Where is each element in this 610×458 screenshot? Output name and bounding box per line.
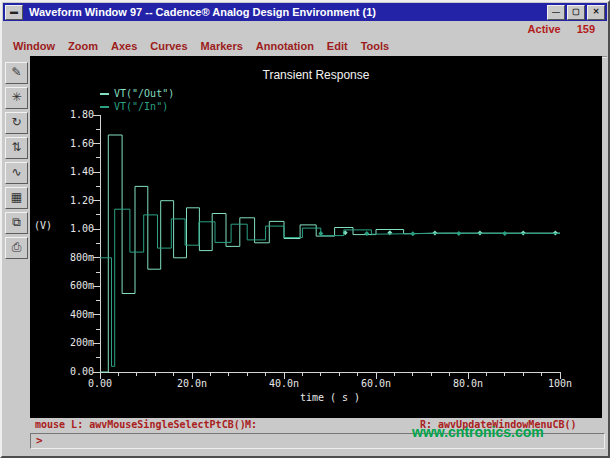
data-point-marker[interactable] — [364, 231, 369, 236]
redraw-tool-icon: ↻ — [11, 115, 21, 129]
menu-item-tools[interactable]: Tools — [361, 40, 390, 52]
window-menu-button[interactable]: ▬ — [5, 5, 23, 20]
x-tick-label: 60.0n — [354, 378, 398, 389]
copy-tool-button[interactable]: ⧉ — [5, 212, 28, 234]
stretch-tool-button[interactable]: ⇅ — [5, 137, 28, 159]
menu-item-window[interactable]: Window — [13, 40, 55, 52]
legend-swatch — [100, 106, 109, 108]
window-title: Waveform Window 97 -- Cadence® Analog De… — [25, 6, 545, 18]
x-tick-label: 0.00 — [78, 378, 122, 389]
y-tick-label: 1.80 — [48, 109, 94, 120]
y-tick-label: 1.40 — [48, 166, 94, 177]
close-button[interactable]: ✕ — [587, 5, 605, 20]
watermark: www.cntronics.com — [412, 424, 544, 440]
active-status-row: Active 159 — [3, 21, 607, 36]
zoom-tool-button[interactable]: ✳ — [5, 87, 28, 109]
waveform-window: ▬ Waveform Window 97 -- Cadence® Analog … — [0, 0, 610, 458]
calculator-tool-icon: ▦ — [11, 190, 22, 204]
data-point-marker[interactable] — [410, 231, 415, 236]
x-tick-label: 20.0n — [170, 378, 214, 389]
menu-bar: WindowZoomAxesCurvesMarkersAnnotationEdi… — [3, 36, 607, 56]
y-tick-label: 1.60 — [48, 138, 94, 149]
y-tick-label: 1.00 — [48, 223, 94, 234]
legend-item[interactable]: VT("/In") — [100, 100, 174, 113]
menu-item-markers[interactable]: Markers — [201, 40, 243, 52]
menu-item-edit[interactable]: Edit — [327, 40, 348, 52]
maximize-button[interactable]: ▢ — [567, 5, 585, 20]
zoom-tool-icon: ✳ — [11, 90, 21, 104]
waveform-tool-icon: ∿ — [11, 165, 21, 179]
legend-swatch — [100, 93, 109, 95]
x-tick-label: 100n — [538, 378, 582, 389]
legend-item[interactable]: VT("/Out") — [100, 87, 174, 100]
menu-item-zoom[interactable]: Zoom — [68, 40, 98, 52]
legend: VT("/Out") VT("/In") — [100, 87, 174, 113]
data-point-marker[interactable] — [387, 230, 392, 235]
active-count: 159 — [577, 23, 595, 35]
toolbar: ✎✳↻⇅∿▦⧉⎙ — [3, 56, 30, 420]
mouse-left-binding: mouse L: awvMouseSingleSelectPtCB() — [35, 419, 246, 430]
pencil-tool-icon: ✎ — [11, 65, 21, 79]
menu-item-annotation[interactable]: Annotation — [256, 40, 314, 52]
print-tool-icon: ⎙ — [12, 240, 22, 254]
y-tick-label: 0.00 — [48, 366, 94, 377]
x-axis-label: time ( s ) — [210, 392, 450, 403]
mouse-middle-binding: M: — [245, 419, 257, 430]
data-point-marker[interactable] — [502, 231, 507, 236]
titlebar[interactable]: ▬ Waveform Window 97 -- Cadence® Analog … — [3, 3, 607, 21]
y-tick-label: 400m — [48, 309, 94, 320]
data-point-marker[interactable] — [456, 231, 461, 236]
legend-label: VT("/In") — [114, 101, 168, 112]
y-tick-label: 200m — [48, 337, 94, 348]
y-tick-label: 1.20 — [48, 195, 94, 206]
redraw-tool-button[interactable]: ↻ — [5, 112, 28, 134]
legend-label: VT("/Out") — [114, 88, 174, 99]
prompt-text: > — [36, 434, 43, 447]
waveform-tool-button[interactable]: ∿ — [5, 162, 28, 184]
active-label: Active — [528, 23, 561, 35]
y-axis-label: (V) — [34, 220, 45, 231]
pencil-tool-button[interactable]: ✎ — [5, 62, 28, 84]
trace-out[interactable] — [100, 135, 560, 372]
x-tick-label: 40.0n — [262, 378, 306, 389]
copy-tool-icon: ⧉ — [12, 215, 21, 229]
calculator-tool-button[interactable]: ▦ — [5, 187, 28, 209]
plot-title: Transient Response — [30, 68, 602, 82]
y-tick-label: 600m — [48, 280, 94, 291]
stretch-tool-icon: ⇅ — [11, 140, 21, 154]
y-tick-label: 800m — [48, 252, 94, 263]
menu-item-axes[interactable]: Axes — [111, 40, 137, 52]
plot-area[interactable]: Transient Response VT("/Out") VT("/In") … — [30, 56, 602, 418]
print-tool-button[interactable]: ⎙ — [5, 237, 28, 259]
x-tick-label: 80.0n — [446, 378, 490, 389]
menu-item-curves[interactable]: Curves — [150, 40, 187, 52]
minimize-button[interactable]: — — [547, 5, 565, 20]
